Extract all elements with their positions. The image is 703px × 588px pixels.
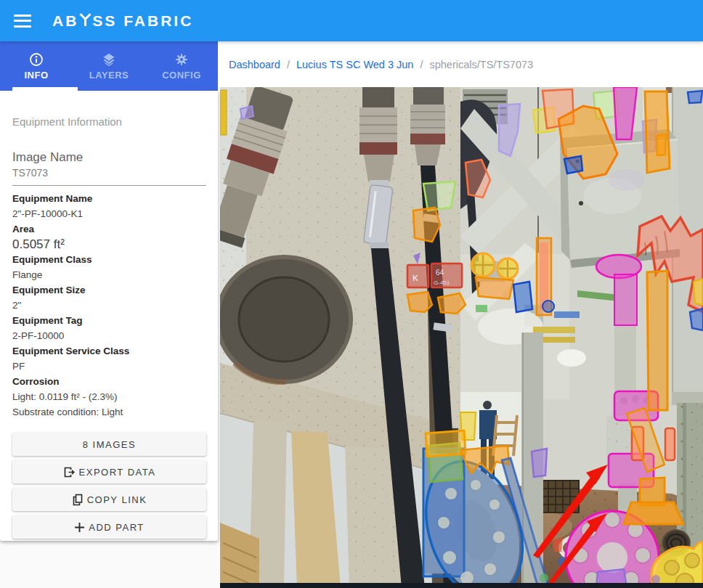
tag-text: G-451 (434, 279, 450, 286)
active-tab-indicator (12, 87, 78, 91)
annotation-yellow-strip[interactable] (220, 90, 227, 135)
panel-actions: 8 IMAGES EXPORT DATA COPY LINK ADD PART (12, 433, 206, 539)
layers-icon (101, 52, 117, 67)
images-button[interactable]: 8 IMAGES (12, 433, 206, 456)
logo-text-right: SS FABRIC (92, 12, 193, 30)
export-icon (63, 466, 76, 478)
breadcrumb-dashboard[interactable]: Dashboard (229, 59, 280, 70)
tab-layers[interactable]: LAYERS (73, 41, 145, 91)
field-area: Area 0.5057 ft² (12, 221, 206, 252)
panel-title: Equipment Information (12, 116, 206, 127)
photo-bottom-edge (220, 583, 703, 588)
breadcrumb-survey[interactable]: Lucius TS SC Wed 3 Jun (296, 59, 413, 70)
field-corrosion: Corrosion Light: 0.0119 ft² - (2.3%) Sub… (12, 374, 206, 420)
config-icon (174, 52, 189, 67)
add-part-button[interactable]: ADD PART (12, 515, 206, 539)
field-equipment-tag: Equipment Tag 2-PF-10000 (12, 313, 206, 343)
breadcrumb-separator: / (420, 59, 423, 70)
spherical-viewer[interactable]: K 64 G-451 (220, 87, 703, 588)
tag-text: K (413, 274, 418, 282)
app-logo: AB SS FABRIC (52, 12, 193, 30)
breadcrumb-current: sphericals/TS/TS7073 (429, 59, 533, 70)
field-equipment-name: Equipment Name 2"-PF-10000-K1 (12, 191, 206, 221)
sidebar-tabbar: INFO LAYERS (0, 41, 218, 91)
image-name-input[interactable]: TS7073 (12, 168, 206, 186)
field-equipment-size: Equipment Size 2" (12, 282, 206, 313)
info-icon (29, 52, 44, 67)
top-app-bar: AB SS FABRIC (0, 0, 703, 41)
export-data-button[interactable]: EXPORT DATA (12, 460, 206, 483)
equipment-fields: Equipment Name 2"-PF-10000-K1 Area 0.505… (12, 191, 206, 420)
tab-config[interactable]: CONFIG (145, 41, 218, 91)
annotation-tag-plates[interactable]: K 64 G-451 (407, 264, 462, 287)
equipment-info-panel: Equipment Information Image Name TS7073 … (0, 91, 218, 541)
image-name-label: Image Name (12, 151, 206, 164)
tag-text: 64 (436, 269, 444, 277)
logo-trident-y-icon (79, 13, 92, 27)
field-service-class: Equipment Service Class PF (12, 343, 206, 374)
menu-icon[interactable] (14, 15, 31, 28)
logo-text-left: AB (52, 12, 78, 30)
tab-info[interactable]: INFO (0, 41, 73, 91)
breadcrumb: Dashboard / Lucius TS SC Wed 3 Jun / sph… (218, 41, 703, 87)
copy-link-button[interactable]: COPY LINK (12, 488, 206, 511)
breadcrumb-separator: / (287, 59, 290, 70)
add-icon (74, 522, 85, 533)
copy-icon (72, 494, 84, 506)
annotated-photo[interactable]: K 64 G-451 (220, 87, 703, 588)
field-equipment-class: Equipment Class Flange (12, 252, 206, 282)
